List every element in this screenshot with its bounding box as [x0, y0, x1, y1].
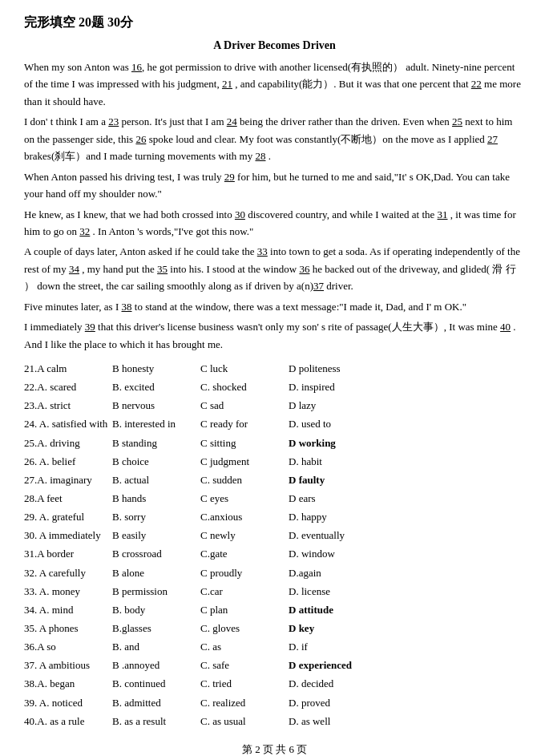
q-c-39: C. realized	[200, 695, 289, 711]
q-b-32: B alone	[112, 565, 200, 581]
question-row-28: 28.A feetB handsC eyesD ears	[24, 491, 525, 507]
q-num-30: 30. A immediately	[24, 528, 112, 544]
article-passage: When my son Anton was 16, he got permiss…	[24, 59, 525, 353]
passage-paragraph-3: When Anton passed his driving test, I wa…	[24, 168, 525, 203]
q-d-29: D. happy	[289, 509, 377, 525]
q-c-24: C ready for	[200, 416, 289, 432]
q-num-32: 32. A carefully	[24, 565, 112, 581]
q-b-40: B. as a result	[112, 714, 200, 730]
q-d-34: D attitude	[289, 602, 377, 618]
q-c-34: C plan	[200, 602, 289, 618]
passage-paragraph-6: Five minutes later, as I 38 to stand at …	[24, 298, 525, 315]
q-num-28: 28.A feet	[24, 491, 112, 507]
question-row-34: 34. A. mindB. bodyC planD attitude	[24, 602, 525, 618]
q-num-37: 37. A ambitious	[24, 657, 112, 673]
q-d-31: D. window	[289, 546, 377, 562]
question-row-39: 39. A. noticedB. admittedC. realizedD. p…	[24, 695, 525, 711]
q-c-40: C. as usual	[200, 714, 289, 730]
q-b-33: B permission	[112, 584, 200, 600]
q-d-28: D ears	[289, 491, 377, 507]
q-c-30: C newly	[200, 528, 289, 544]
q-d-33: D. license	[289, 584, 377, 600]
q-d-26: D. habit	[289, 454, 377, 470]
q-c-36: C. as	[200, 639, 289, 655]
q-b-25: B standing	[112, 435, 200, 451]
q-num-40: 40.A. as a rule	[24, 714, 112, 730]
q-c-38: C. tried	[200, 676, 289, 692]
q-d-27: D faulty	[289, 472, 377, 488]
q-num-38: 38.A. began	[24, 676, 112, 692]
q-d-37: D experienced	[289, 657, 377, 673]
q-d-30: D. eventually	[289, 528, 377, 544]
q-c-31: C.gate	[200, 546, 289, 562]
q-num-26: 26. A. belief	[24, 454, 112, 470]
question-row-40: 40.A. as a ruleB. as a resultC. as usual…	[24, 714, 525, 730]
q-c-33: C.car	[200, 584, 289, 600]
q-b-35: B.glasses	[112, 621, 200, 637]
question-row-38: 38.A. beganB. continuedC. triedD. decide…	[24, 676, 525, 692]
passage-paragraph-4: He knew, as I knew, that we had both cro…	[24, 206, 525, 241]
question-row-21: 21.A calmB honestyC luckD politeness	[24, 361, 525, 377]
question-row-23: 23.A. strictB nervousC sadD lazy	[24, 398, 525, 414]
q-num-24: 24. A. satisfied with	[24, 416, 112, 432]
q-num-36: 36.A so	[24, 639, 112, 655]
q-d-24: D. used to	[289, 416, 377, 432]
q-num-21: 21.A calm	[24, 361, 112, 377]
q-c-29: C.anxious	[200, 509, 289, 525]
q-num-22: 22.A. scared	[24, 379, 112, 395]
q-b-23: B nervous	[112, 398, 200, 414]
q-d-35: D key	[289, 621, 377, 637]
q-b-22: B. excited	[112, 379, 200, 395]
question-row-32: 32. A carefullyB aloneC proudlyD.again	[24, 565, 525, 581]
q-b-28: B hands	[112, 491, 200, 507]
q-d-32: D.again	[289, 565, 377, 581]
q-c-35: C. gloves	[200, 621, 289, 637]
q-c-23: C sad	[200, 398, 289, 414]
q-num-33: 33. A. money	[24, 584, 112, 600]
question-row-35: 35. A phonesB.glassesC. glovesD key	[24, 621, 525, 637]
article-title: A Driver Becomes Driven	[24, 39, 525, 52]
q-b-37: B .annoyed	[112, 657, 200, 673]
q-b-36: B. and	[112, 639, 200, 655]
question-row-22: 22.A. scaredB. excitedC. shockedD. inspi…	[24, 379, 525, 395]
question-row-31: 31.A borderB crossroadC.gateD. window	[24, 546, 525, 562]
q-d-38: D. decided	[289, 676, 377, 692]
q-c-22: C. shocked	[200, 379, 289, 395]
q-b-26: B choice	[112, 454, 200, 470]
q-d-23: D lazy	[289, 398, 377, 414]
q-c-27: C. sudden	[200, 472, 289, 488]
passage-paragraph-2: I don' t think I am a 23 person. It's ju…	[24, 113, 525, 164]
question-row-36: 36.A soB. andC. asD. if	[24, 639, 525, 655]
q-d-36: D. if	[289, 639, 377, 655]
page-footer: 第 2 页 共 6 页	[24, 742, 525, 756]
q-num-27: 27.A. imaginary	[24, 472, 112, 488]
q-d-21: D politeness	[289, 361, 377, 377]
q-b-39: B. admitted	[112, 695, 200, 711]
passage-paragraph-1: When my son Anton was 16, he got permiss…	[24, 59, 525, 110]
question-row-25: 25.A. drivingB standingC sittingD workin…	[24, 435, 525, 451]
q-b-27: B. actual	[112, 472, 200, 488]
q-d-22: D. inspired	[289, 379, 377, 395]
passage-paragraph-7: I immediately 39 that this driver's lice…	[24, 318, 525, 353]
q-d-39: D. proved	[289, 695, 377, 711]
q-b-30: B easily	[112, 528, 200, 544]
q-d-25: D working	[289, 435, 377, 451]
question-row-33: 33. A. moneyB permissionC.carD. license	[24, 584, 525, 600]
q-b-31: B crossroad	[112, 546, 200, 562]
q-num-23: 23.A. strict	[24, 398, 112, 414]
q-b-38: B. continued	[112, 676, 200, 692]
q-c-28: C eyes	[200, 491, 289, 507]
page-header: 完形填空 20题 30分	[24, 14, 525, 31]
q-num-34: 34. A. mind	[24, 602, 112, 618]
question-row-26: 26. A. beliefB choiceC judgmentD. habit	[24, 454, 525, 470]
q-b-24: B. interested in	[112, 416, 200, 432]
passage-paragraph-5: A couple of days later, Anton asked if h…	[24, 243, 525, 294]
q-c-32: C proudly	[200, 565, 289, 581]
q-c-26: C judgment	[200, 454, 289, 470]
q-num-31: 31.A border	[24, 546, 112, 562]
q-b-29: B. sorry	[112, 509, 200, 525]
q-c-21: C luck	[200, 361, 289, 377]
q-c-25: C sitting	[200, 435, 289, 451]
q-d-40: D. as well	[289, 714, 377, 730]
question-row-37: 37. A ambitiousB .annoyedC. safeD experi…	[24, 657, 525, 673]
